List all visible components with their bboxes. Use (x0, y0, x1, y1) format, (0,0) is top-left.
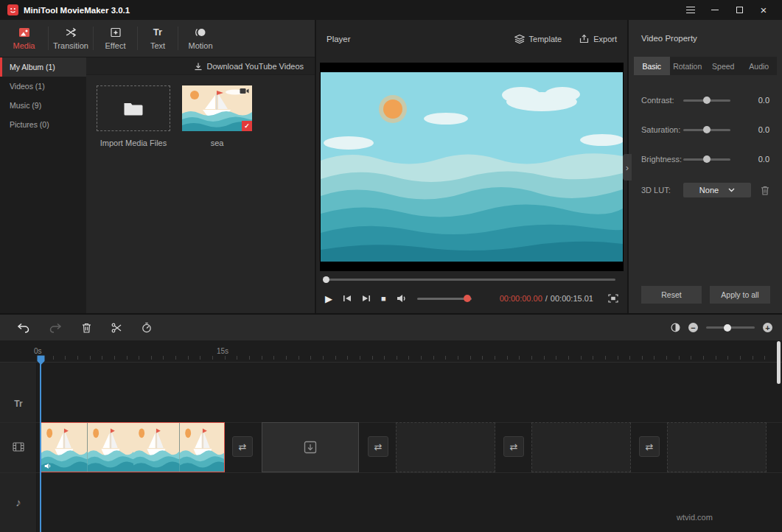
sidebar-item-music[interactable]: Music (9) (0, 96, 86, 115)
export-button[interactable]: Export (579, 34, 617, 43)
play-button[interactable]: ▶ (325, 294, 332, 304)
contrast-label: Contrast: (641, 96, 683, 105)
saturation-value: 0.0 (758, 125, 769, 134)
seek-handle[interactable] (323, 276, 329, 283)
watermark: wtvid.com (677, 513, 713, 522)
saturation-label: Saturation: (641, 125, 683, 134)
tab-speed[interactable]: Speed (705, 57, 741, 75)
delete-button[interactable] (82, 323, 91, 333)
clip-volume-icon (44, 463, 52, 469)
volume-slider[interactable] (417, 298, 472, 300)
stop-button[interactable]: ■ (381, 295, 386, 303)
sidebar-item-my-album[interactable]: My Album (1) (0, 57, 86, 77)
tab-effect[interactable]: Effect (94, 20, 137, 57)
split-scissors-button[interactable] (111, 323, 122, 333)
timeline-ruler[interactable]: 0s 15s (0, 340, 782, 363)
panel-collapse-button[interactable]: › (623, 154, 632, 181)
media-library-header: Download YouTube Videos (86, 57, 315, 75)
sidebar-item-pictures[interactable]: Pictures (0) (0, 115, 86, 134)
tab-label: Media (13, 41, 35, 50)
tab-rotation[interactable]: Rotation (670, 57, 706, 75)
sidebar-item-videos[interactable]: Videos (1) (0, 77, 86, 96)
saturation-slider[interactable] (683, 129, 730, 131)
redo-button[interactable] (49, 323, 62, 333)
zoom-in-button[interactable]: + (763, 323, 772, 332)
app-window: MiniTool MovieMaker 3.0.1 × Media Transi… (0, 0, 782, 532)
maximize-button[interactable] (728, 1, 750, 18)
next-frame-button[interactable] (362, 295, 371, 302)
clip-drop-slot[interactable] (262, 422, 359, 472)
speed-button[interactable] (142, 322, 152, 333)
player-panel: Player Template Export (315, 20, 627, 313)
titlebar: MiniTool MovieMaker 3.0.1 × (0, 0, 782, 20)
close-button[interactable]: × (753, 1, 775, 18)
contrast-row: Contrast: 0.0 (629, 85, 782, 115)
ruler-label-0s: 0s (34, 347, 42, 355)
text-track-icon: Tr (0, 399, 37, 409)
menu-button[interactable] (680, 1, 702, 18)
tab-motion[interactable]: Motion (178, 20, 223, 57)
sea-clip-thumbnail (180, 423, 226, 472)
folder-icon (123, 101, 144, 116)
zoom-slider[interactable] (706, 326, 755, 329)
media-clip-label: sea (211, 139, 224, 147)
playhead-line[interactable] (40, 361, 41, 532)
brightness-value: 0.0 (758, 155, 769, 164)
tab-media[interactable]: Media (0, 20, 48, 57)
apply-to-all-button[interactable]: Apply to all (710, 286, 770, 304)
volume-icon[interactable] (397, 294, 407, 303)
reset-button[interactable]: Reset (641, 286, 702, 304)
tab-basic[interactable]: Basic (634, 57, 670, 75)
tab-label: Transition (53, 41, 88, 50)
contrast-slider[interactable] (683, 99, 730, 102)
lut-dropdown[interactable]: None (683, 183, 751, 197)
contrast-handle[interactable] (703, 97, 711, 104)
transition-slot[interactable]: ⇄ (368, 436, 388, 457)
import-media-item: Import Media Files (97, 85, 170, 147)
video-preview (320, 63, 624, 271)
tab-transition[interactable]: Transition (49, 20, 93, 57)
volume-handle[interactable] (464, 295, 471, 302)
app-logo-icon (7, 4, 18, 15)
download-icon (194, 62, 203, 71)
minimize-button[interactable] (704, 1, 726, 18)
undo-button[interactable] (17, 323, 29, 333)
text-icon: Tr (153, 27, 162, 38)
import-media-label: Import Media Files (100, 139, 167, 147)
ruler-label-15s: 15s (217, 347, 228, 355)
window-controls: × (680, 1, 775, 18)
ribbon: Media Transition Effect Tr Text Motion (0, 20, 315, 57)
fullscreen-button[interactable] (608, 294, 618, 303)
tab-text[interactable]: Tr Text (138, 20, 178, 57)
zoom-out-button[interactable]: − (688, 323, 698, 332)
tab-audio[interactable]: Audio (741, 57, 778, 75)
seek-bar[interactable] (324, 279, 615, 281)
brightness-label: Brightness: (641, 155, 683, 164)
clip-drop-slot[interactable] (667, 422, 767, 472)
transition-slot[interactable]: ⇄ (639, 436, 660, 457)
timeline-scrollbar[interactable] (777, 341, 781, 384)
contrast-value: 0.0 (758, 96, 769, 105)
timeline-clip-sea[interactable] (41, 422, 225, 472)
media-clip-item: ✓ sea (182, 85, 252, 147)
lut-trash-button[interactable] (761, 186, 769, 195)
media-sidebar: My Album (1) Videos (1) Music (9) Pictur… (0, 57, 86, 313)
transition-slot[interactable]: ⇄ (503, 436, 524, 457)
brightness-handle[interactable] (703, 155, 711, 163)
fit-timeline-icon[interactable] (671, 323, 680, 332)
sea-thumbnail[interactable]: ✓ (182, 85, 252, 131)
zoom-handle[interactable] (724, 324, 731, 332)
saturation-handle[interactable] (703, 126, 711, 133)
previous-frame-button[interactable] (343, 295, 352, 302)
media-icon (18, 27, 30, 38)
template-button[interactable]: Template (514, 34, 562, 44)
timeline: 0s 15s Tr ♪ ⇄ ⇄ ⇄ ⇄ (0, 340, 782, 532)
timeline-toolbar: − + (0, 313, 782, 340)
clip-drop-slot[interactable] (531, 422, 631, 472)
import-media-button[interactable] (97, 85, 170, 131)
clip-drop-slot[interactable] (396, 422, 495, 472)
transition-slot[interactable]: ⇄ (232, 436, 253, 457)
download-youtube-link[interactable]: Download YouTube Videos (207, 62, 304, 71)
brightness-slider[interactable] (683, 158, 730, 161)
sea-clip-thumbnail (133, 423, 180, 472)
